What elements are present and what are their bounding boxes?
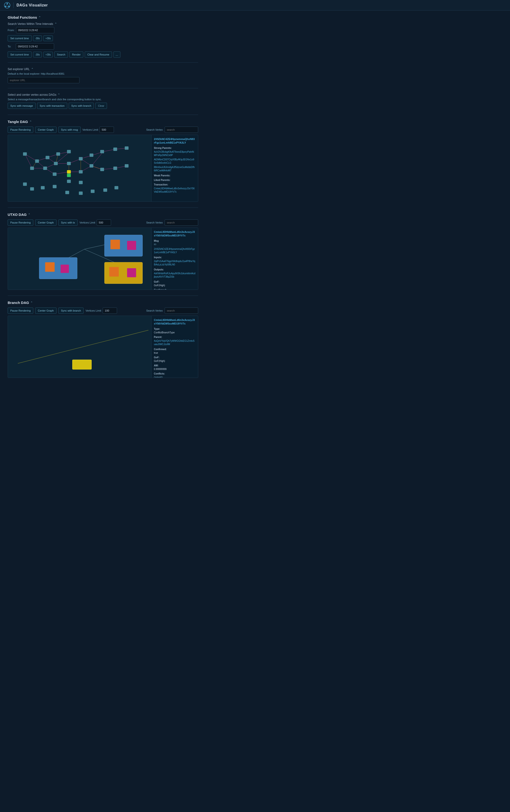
branch-dag-section: Branch DAG ⌃ Pause Rendering Center Grap…: [8, 300, 198, 378]
divider2: [8, 88, 198, 88]
svg-point-2: [5, 6, 6, 7]
utxo-gof-value: GoF(High): [154, 284, 196, 287]
svg-rect-57: [113, 148, 117, 151]
svg-rect-42: [43, 167, 47, 170]
tangle-svg: [8, 135, 151, 202]
tangle-parent-3: 88m6xuU8JmsfgA3f5dzveGuMebbDfh6iRCseMA4o…: [154, 166, 196, 172]
utxo-sync-tx-button[interactable]: Sync with tx: [58, 220, 78, 226]
navbar: DAGs Visualizer: [0, 0, 510, 10]
tangle-sync-msg-button[interactable]: Sync with msg: [58, 126, 81, 133]
tangle-pause-button[interactable]: Pause Rendering: [8, 126, 33, 133]
main-content: Global Functions ⌃ Search Vertex Within …: [0, 10, 206, 388]
svg-rect-49: [67, 180, 71, 183]
utxo-center-button[interactable]: Center Graph: [35, 220, 56, 226]
set-current-time-from-button[interactable]: Set current time: [8, 35, 32, 41]
tangle-graph-area[interactable]: [8, 135, 151, 202]
utxo-dag-section: UTXO DAG ⌃ Pause Rendering Center Graph …: [8, 212, 198, 290]
tangle-vertices-input[interactable]: [100, 126, 114, 133]
sync-branch-global-button[interactable]: Sync with branch: [69, 103, 94, 109]
branch-conflicts-label: Conflicts:: [154, 372, 196, 375]
utxo-graph-area[interactable]: [8, 228, 151, 290]
svg-rect-44: [54, 162, 58, 165]
svg-rect-43: [56, 152, 60, 155]
branch-info-panel: CmiwL8DHbMweLd6n3xAxszyJ3sY56VbEW5soMD19…: [151, 316, 198, 378]
tangle-dag-title: Tangle DAG: [8, 120, 28, 124]
svg-rect-81: [127, 241, 136, 250]
search-button[interactable]: Search: [54, 52, 68, 58]
svg-rect-69: [114, 186, 118, 189]
divider5: [8, 295, 198, 296]
svg-rect-61: [23, 182, 27, 186]
branch-parent-label: Parent:: [154, 336, 196, 339]
plus30-from-button[interactable]: +30s: [43, 35, 53, 41]
to-input[interactable]: [16, 43, 54, 50]
sync-transaction-button[interactable]: Sync with transaction: [37, 103, 67, 109]
utxo-info-panel: CmiwL8DHbMweLd6n3xAxszyJ3sY56VbEW5soMD19…: [151, 228, 198, 290]
select-center-desc: Select a message/transaction/branch and …: [8, 98, 198, 101]
app-logo: [4, 2, 10, 9]
sync-message-button[interactable]: Sync with message: [8, 103, 36, 109]
set-current-time-to-button[interactable]: Set current time: [8, 52, 32, 58]
tangle-vertices-label: Vertices Limit: [83, 128, 98, 131]
svg-rect-70: [67, 170, 71, 174]
app-title: DAGs Visualizer: [17, 3, 48, 7]
select-center-label: Select and center vertex across DAGs ⌃: [8, 93, 198, 96]
from-label: From:: [8, 29, 15, 32]
svg-rect-47: [67, 162, 71, 165]
branch-aw-value: 0.99999999: [154, 368, 196, 371]
branch-toolbar: Pause Rendering Center Graph Sync with b…: [8, 308, 198, 314]
global-chevron-icon: ⌃: [38, 16, 41, 19]
time-intervals-label: Search Vertex Within Time Intervals ⌃: [8, 22, 198, 26]
svg-rect-87: [73, 360, 91, 370]
utxo-svg: [8, 228, 151, 290]
branch-dag-header: Branch DAG ⌃: [8, 300, 198, 304]
branch-chevron-icon: ⌃: [30, 301, 33, 304]
tangle-search-label: Search Vertex: [146, 128, 163, 131]
utxo-dag-title: UTXO DAG: [8, 212, 27, 216]
svg-point-1: [7, 3, 8, 4]
branch-vertices-input[interactable]: [103, 308, 117, 314]
explorer-url-chevron: ⌃: [31, 67, 33, 71]
branch-svg: [8, 316, 151, 378]
clear-button[interactable]: Clear: [95, 103, 107, 109]
utxo-vertices-input[interactable]: [97, 220, 111, 226]
utxo-inputs-value: 2qiPcGAa676gpXWdhqdsJ1a4P8heYqBAsLyLdzYp…: [154, 260, 196, 266]
utxo-pause-button[interactable]: Pause Rendering: [8, 220, 33, 226]
plus30-to-button[interactable]: +30s: [43, 52, 53, 57]
utxo-outputs-value: 4sKWnbrRsRJuApy6K9hJzkumiitmAcdjbytuNVVT…: [154, 272, 196, 279]
branch-gof-value: GoF(High): [154, 360, 196, 362]
utxo-confirmed-label: Confirmed:: [154, 289, 196, 290]
tangle-info-title: 2X9ZkNC4ZE4HpzwmmaQhxN93rFgz1unLmhBE1xPY…: [154, 137, 196, 145]
branch-type-value: ConflictBranchType: [154, 331, 196, 334]
svg-rect-55: [100, 150, 104, 153]
svg-point-3: [8, 6, 9, 7]
tangle-transaction-label: Transaction:: [154, 183, 196, 186]
explorer-url-input[interactable]: [8, 77, 80, 83]
svg-rect-63: [41, 186, 45, 189]
time-intervals-block: Search Vertex Within Time Intervals ⌃ Fr…: [8, 22, 198, 58]
svg-rect-38: [23, 152, 27, 155]
divider1: [8, 62, 198, 63]
svg-rect-59: [125, 146, 129, 150]
time-intervals-chevron: ⌃: [55, 22, 57, 26]
tangle-liked-parents-label: Liked Parents:: [154, 179, 196, 181]
branch-center-button[interactable]: Center Graph: [35, 308, 56, 314]
utxo-search-input[interactable]: [165, 220, 198, 226]
minus30-to-button[interactable]: -30s: [33, 52, 42, 57]
clear-resume-button[interactable]: Clear and Resume: [85, 52, 112, 58]
branch-sync-button[interactable]: Sync with branch: [58, 308, 84, 314]
branch-search-input[interactable]: [165, 308, 198, 314]
branch-graph-area[interactable]: [8, 316, 151, 378]
more-button[interactable]: ...: [113, 52, 120, 58]
svg-rect-52: [79, 181, 83, 184]
minus30-from-button[interactable]: -30s: [33, 35, 42, 41]
branch-pause-button[interactable]: Pause Rendering: [8, 308, 33, 314]
from-input[interactable]: [16, 27, 54, 33]
render-button[interactable]: Render: [69, 52, 83, 58]
tangle-center-button[interactable]: Center Graph: [35, 126, 56, 133]
branch-gof-label: GoF:: [154, 356, 196, 359]
select-center-chevron: ⌃: [58, 93, 60, 96]
utxo-msg-id-label: ID:: [154, 243, 196, 245]
tangle-dag-header: Tangle DAG ⌃: [8, 120, 198, 124]
tangle-search-input[interactable]: [165, 126, 198, 133]
